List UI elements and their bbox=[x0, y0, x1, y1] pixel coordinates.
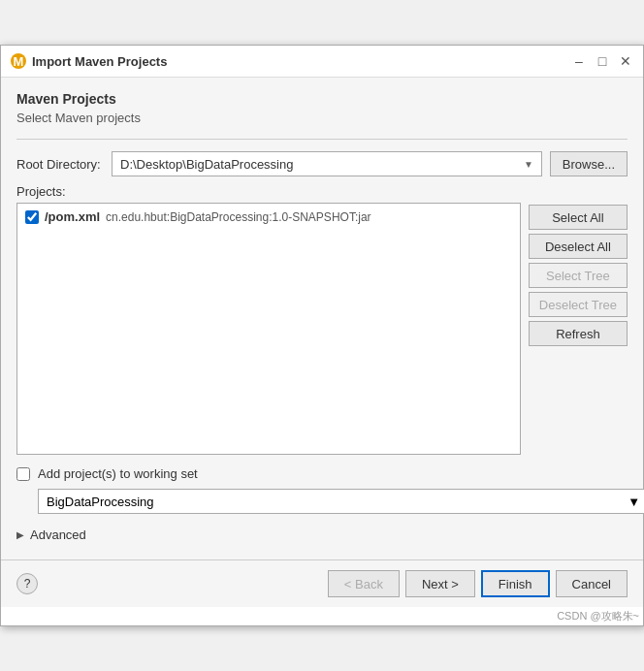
title-bar: M Import Maven Projects – □ ✕ bbox=[1, 46, 643, 78]
close-button[interactable]: ✕ bbox=[618, 53, 633, 69]
projects-label: Projects: bbox=[16, 184, 628, 199]
working-set-label: Add project(s) to working set bbox=[38, 466, 198, 481]
finish-button[interactable]: Finish bbox=[481, 570, 550, 597]
content-area: Maven Projects Select Maven projects Roo… bbox=[1, 78, 643, 559]
help-button[interactable]: ? bbox=[16, 573, 38, 594]
projects-area: /pom.xml cn.edu.hbut:BigDataProcessing:1… bbox=[16, 203, 628, 455]
root-directory-value: D:\Desktop\BigDataProcessing bbox=[120, 157, 293, 172]
back-button[interactable]: < Back bbox=[328, 570, 400, 597]
advanced-section[interactable]: ▶ Advanced bbox=[16, 524, 628, 546]
maximize-button[interactable]: □ bbox=[595, 53, 610, 69]
cancel-button[interactable]: Cancel bbox=[556, 570, 628, 597]
window-icon: M bbox=[11, 53, 26, 69]
footer-right: < Back Next > Finish Cancel bbox=[328, 570, 628, 597]
project-artifact: cn.edu.hbut:BigDataProcessing:1.0-SNAPSH… bbox=[106, 210, 370, 224]
projects-list[interactable]: /pom.xml cn.edu.hbut:BigDataProcessing:1… bbox=[16, 203, 521, 455]
working-set-checkbox[interactable] bbox=[16, 467, 30, 481]
root-directory-row: Root Directory: D:\Desktop\BigDataProces… bbox=[16, 151, 628, 176]
working-set-dropdown[interactable]: BigDataProcessing ▼ bbox=[38, 489, 644, 514]
page-subtitle: Select Maven projects bbox=[16, 111, 628, 125]
working-set-value: BigDataProcessing bbox=[47, 495, 154, 509]
select-tree-button[interactable]: Select Tree bbox=[529, 263, 628, 288]
divider bbox=[16, 139, 628, 140]
working-set-arrow-icon: ▼ bbox=[628, 495, 640, 509]
deselect-all-button[interactable]: Deselect All bbox=[529, 234, 628, 259]
browse-button[interactable]: Browse... bbox=[550, 151, 628, 176]
next-button[interactable]: Next > bbox=[405, 570, 475, 597]
side-buttons: Select All Deselect All Select Tree Dese… bbox=[529, 203, 628, 455]
footer: ? < Back Next > Finish Cancel bbox=[1, 559, 643, 607]
triangle-icon: ▶ bbox=[16, 529, 24, 540]
root-directory-input[interactable]: D:\Desktop\BigDataProcessing ▼ bbox=[112, 151, 542, 176]
title-controls: – □ ✕ bbox=[571, 53, 633, 69]
working-set-row: Add project(s) to working set bbox=[16, 466, 628, 481]
title-bar-left: M Import Maven Projects bbox=[11, 53, 167, 69]
project-checkbox[interactable] bbox=[25, 210, 39, 224]
refresh-button[interactable]: Refresh bbox=[529, 321, 628, 346]
minimize-button[interactable]: – bbox=[571, 53, 587, 69]
watermark: CSDN @攻略朱~ bbox=[1, 607, 643, 625]
project-name: /pom.xml bbox=[45, 209, 100, 224]
import-maven-projects-window: M Import Maven Projects – □ ✕ Maven Proj… bbox=[0, 45, 644, 626]
deselect-tree-button[interactable]: Deselect Tree bbox=[529, 292, 628, 317]
window-title: Import Maven Projects bbox=[32, 54, 167, 69]
page-title: Maven Projects bbox=[16, 91, 628, 107]
list-item[interactable]: /pom.xml cn.edu.hbut:BigDataProcessing:1… bbox=[21, 208, 516, 226]
dropdown-arrow-icon: ▼ bbox=[524, 159, 533, 170]
root-directory-label: Root Directory: bbox=[16, 157, 104, 172]
footer-left: ? bbox=[16, 573, 38, 594]
advanced-label: Advanced bbox=[30, 527, 86, 542]
select-all-button[interactable]: Select All bbox=[529, 205, 628, 230]
